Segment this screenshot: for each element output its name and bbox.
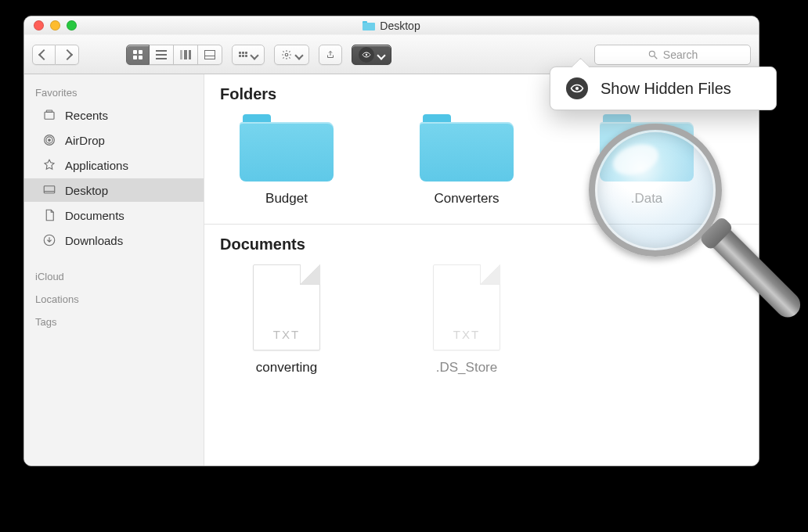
back-button[interactable] — [32, 45, 56, 65]
svg-point-2 — [649, 51, 655, 56]
svg-line-3 — [655, 56, 658, 59]
txt-file-icon: TXT — [433, 264, 500, 350]
share-button[interactable] — [319, 45, 342, 65]
desktop-icon — [41, 183, 57, 197]
search-field[interactable]: Search — [594, 45, 751, 65]
sidebar-item-label: Applications — [65, 159, 128, 172]
sidebar-heading-locations[interactable]: Locations — [24, 287, 204, 308]
sidebar-heading-icloud[interactable]: iCloud — [24, 264, 204, 286]
item-label: converting — [256, 360, 317, 376]
sidebar-heading-favorites: Favorites — [24, 81, 204, 102]
hidden-files-group — [352, 45, 391, 65]
folder-item[interactable]: Converters — [408, 114, 525, 207]
sidebar-item-label: AirDrop — [65, 134, 105, 147]
action-menu-button[interactable] — [274, 45, 309, 65]
eye-icon — [359, 47, 374, 63]
eye-icon — [566, 77, 588, 99]
sidebar: Favorites Recents AirDrop Applications — [24, 74, 204, 466]
group-icon — [239, 49, 258, 61]
applications-icon — [41, 158, 57, 172]
sidebar-heading-tags[interactable]: Tags — [24, 310, 204, 331]
grid-icon — [133, 50, 142, 59]
file-item[interactable]: TXT converting — [228, 264, 345, 376]
search-icon — [647, 49, 658, 60]
svg-point-1 — [366, 53, 368, 56]
sidebar-item-label: Desktop — [65, 184, 108, 197]
share-icon — [326, 49, 335, 60]
title-folder-icon — [363, 21, 375, 31]
title-bar[interactable]: Desktop — [24, 16, 759, 35]
close-button[interactable] — [34, 20, 44, 31]
item-label: Converters — [434, 191, 499, 207]
gallery-icon — [204, 50, 215, 59]
window-title: Desktop — [380, 20, 420, 32]
share-group — [319, 45, 342, 65]
arrange-group — [232, 45, 265, 65]
folder-icon — [240, 114, 334, 182]
sidebar-item-downloads[interactable]: Downloads — [24, 228, 204, 252]
item-label: Budget — [265, 191, 308, 207]
sidebar-item-recents[interactable]: Recents — [24, 103, 204, 127]
documents-icon — [41, 208, 57, 222]
file-item-hidden[interactable]: TXT .DS_Store — [408, 264, 525, 376]
show-hidden-files-button[interactable] — [352, 45, 391, 65]
show-hidden-files-popover[interactable]: Show Hidden Files — [550, 66, 777, 110]
sidebar-item-desktop[interactable]: Desktop — [24, 178, 204, 202]
item-label: .DS_Store — [436, 360, 497, 376]
svg-rect-9 — [44, 186, 55, 193]
svg-rect-4 — [45, 112, 54, 119]
group-by-button[interactable] — [232, 45, 265, 65]
airdrop-icon — [41, 133, 57, 147]
folder-item[interactable]: Budget — [228, 114, 345, 207]
magnifier-illustration — [589, 124, 722, 257]
columns-icon — [180, 50, 191, 59]
search-placeholder: Search — [663, 49, 698, 61]
svg-point-0 — [285, 53, 288, 56]
svg-point-6 — [48, 138, 51, 142]
view-mode-group — [126, 45, 222, 65]
fullscreen-button[interactable] — [67, 20, 77, 31]
svg-point-12 — [575, 87, 579, 90]
list-icon — [156, 50, 167, 59]
nav-group — [32, 45, 79, 65]
column-view-button[interactable] — [174, 45, 198, 65]
popover-label: Show Hidden Files — [601, 80, 731, 98]
window-controls — [34, 20, 77, 31]
sidebar-item-documents[interactable]: Documents — [24, 203, 204, 227]
svg-rect-5 — [46, 110, 52, 112]
downloads-icon — [41, 233, 57, 247]
folder-icon — [420, 114, 514, 182]
gallery-view-button[interactable] — [198, 45, 222, 65]
sidebar-item-label: Downloads — [65, 234, 123, 247]
sidebar-item-applications[interactable]: Applications — [24, 153, 204, 177]
txt-file-icon: TXT — [253, 264, 320, 350]
forward-button[interactable] — [56, 45, 79, 65]
recents-icon — [41, 108, 57, 122]
gear-icon — [281, 49, 292, 60]
sidebar-item-label: Recents — [65, 109, 108, 122]
icon-view-button[interactable] — [126, 45, 150, 65]
list-view-button[interactable] — [150, 45, 174, 65]
action-group — [274, 45, 309, 65]
sidebar-item-airdrop[interactable]: AirDrop — [24, 128, 204, 152]
minimize-button[interactable] — [50, 20, 60, 31]
sidebar-item-label: Documents — [65, 209, 124, 222]
